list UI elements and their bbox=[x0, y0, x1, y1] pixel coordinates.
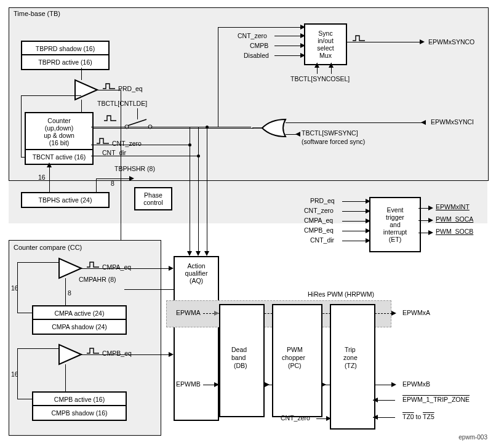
arrow-down-icon bbox=[204, 251, 209, 256]
et-l1: Event bbox=[387, 206, 404, 214]
tz-l3: (TZ) bbox=[345, 362, 357, 369]
wire bbox=[17, 262, 59, 263]
tz-l1: Trip bbox=[345, 346, 356, 353]
aq-l1: Action bbox=[187, 262, 205, 270]
wire bbox=[17, 399, 33, 399]
prd-eq-label: PRD_eq bbox=[118, 85, 143, 92]
wire bbox=[274, 36, 304, 36]
et-out-socb: PWM_SOCB bbox=[436, 228, 473, 235]
diagram-footer-id: epwm-003 bbox=[458, 434, 487, 441]
tbcnt-active-reg: TBCNT active (16) bbox=[25, 149, 94, 165]
arrow-right-icon bbox=[300, 53, 305, 58]
counter-block: Counter (up,down) up & down (16 bit) bbox=[25, 112, 94, 151]
arrow-right-icon bbox=[265, 382, 270, 387]
wire bbox=[81, 68, 82, 80]
pc-l3: (PC) bbox=[288, 362, 302, 369]
wire bbox=[81, 100, 82, 113]
arrow-up-icon bbox=[314, 63, 319, 68]
epwmxa-label: EPWMxA bbox=[402, 309, 430, 316]
tz-l2: zone bbox=[343, 354, 358, 361]
comparator-prd-icon bbox=[74, 79, 98, 101]
w16-label-2: 16 bbox=[11, 284, 18, 292]
swfsync-l2: (software forced sync) bbox=[302, 138, 365, 145]
w8-label-2: 8 bbox=[68, 289, 71, 297]
aq-l3: (AQ) bbox=[190, 277, 203, 284]
counter-l2: (up,down) bbox=[45, 124, 74, 132]
wire bbox=[218, 27, 218, 127]
mux-in-cntzero: CNT_zero bbox=[238, 32, 267, 39]
arrow-down-icon bbox=[196, 251, 201, 256]
wire bbox=[274, 55, 304, 56]
et-l5: (ET) bbox=[389, 236, 401, 243]
wire bbox=[97, 90, 121, 90]
et-in-cmpbeq: CMPB_eq bbox=[304, 226, 334, 234]
arrow-left-icon bbox=[421, 120, 426, 125]
arrow-right-icon bbox=[169, 266, 174, 271]
arrow-left-icon bbox=[295, 132, 300, 137]
counter-l4: (16 bit) bbox=[49, 139, 70, 146]
epwma-label: EPWMA bbox=[176, 309, 201, 316]
et-in-cntzero: CNT_zero bbox=[304, 207, 334, 214]
sync-mux-block: Sync in/out select Mux bbox=[304, 23, 347, 65]
arrow-up-icon bbox=[329, 63, 334, 68]
arrow-right-icon bbox=[420, 39, 425, 44]
sync-mux-l4: Mux bbox=[319, 52, 332, 59]
et-in-prdeq: PRD_eq bbox=[310, 197, 335, 204]
arrow-right-icon bbox=[326, 416, 331, 421]
swfsync-l1: TBCTL[SWFSYNC] bbox=[302, 129, 358, 137]
counter-l3: up & down bbox=[44, 132, 74, 139]
epwmb-label: EPWMB bbox=[176, 380, 201, 388]
switch-icon bbox=[124, 118, 153, 130]
tz0-tz5-label: TZ0 to TZ5 bbox=[402, 413, 434, 420]
aq-block: Action qualifier (AQ) bbox=[174, 256, 219, 421]
wire bbox=[137, 108, 138, 119]
pc-l1: PWM bbox=[287, 346, 303, 353]
et-block: Event trigger and interrupt (ET) bbox=[369, 197, 421, 252]
wire bbox=[17, 313, 33, 313]
arrow-right-icon bbox=[366, 228, 370, 233]
pc-l2: chopper bbox=[282, 354, 305, 361]
arrow-right-icon bbox=[300, 25, 305, 30]
wire bbox=[17, 348, 59, 349]
arrow-right-icon bbox=[214, 382, 219, 387]
cmpb-shadow-reg: CMPB shadow (16) bbox=[32, 405, 127, 421]
wire bbox=[153, 127, 208, 127]
cnt-dir-label: CNT_dir bbox=[102, 149, 126, 156]
cmpb-eq-label: CMPB_eq bbox=[102, 350, 132, 357]
or-gate-icon bbox=[252, 116, 287, 140]
arrow-right-icon bbox=[366, 218, 370, 223]
wire bbox=[346, 42, 423, 42]
pulse-icon bbox=[103, 114, 117, 122]
cntzero-tz-label: CNT_zero bbox=[281, 414, 310, 422]
sync-mux-l3: select bbox=[317, 44, 334, 52]
et-out-soca: PWM_SOCA bbox=[436, 215, 473, 223]
phase-ctrl-l2: control bbox=[143, 199, 163, 206]
counter-l1: Counter bbox=[47, 117, 70, 124]
tbctl-cntlde-label: TBCTL[CNTLDE] bbox=[97, 100, 147, 107]
pulse-icon bbox=[86, 261, 100, 268]
svg-marker-0 bbox=[75, 80, 97, 100]
arrow-left-icon bbox=[373, 415, 378, 420]
arrow-right-icon bbox=[129, 176, 134, 181]
epwmxb-label: EPWMxB bbox=[402, 380, 430, 388]
pulse-icon bbox=[102, 82, 116, 90]
wire bbox=[65, 278, 66, 305]
sync-mux-l1: Sync bbox=[318, 30, 332, 37]
db-l3: (DB) bbox=[234, 362, 247, 369]
cmpa-eq-label: CMPA_eq bbox=[102, 263, 131, 271]
arrow-right-icon bbox=[428, 230, 433, 235]
arrow-right-dash-icon bbox=[214, 311, 219, 316]
wire bbox=[207, 127, 207, 252]
arrow-right-icon bbox=[428, 218, 433, 223]
phase-ctrl-l1: Phase bbox=[144, 191, 162, 199]
svg-line-3 bbox=[128, 119, 146, 126]
tb-title: Time-base (TB) bbox=[14, 10, 60, 17]
epwmx-synco-label: EPWMxSYNCO bbox=[428, 38, 474, 46]
epwm1-tripzone-label: EPWM_1_TRIP_ZONE bbox=[402, 396, 470, 403]
sync-mux-l2: in/out bbox=[318, 37, 334, 44]
node bbox=[197, 154, 200, 158]
pulse-icon bbox=[86, 347, 100, 354]
wire bbox=[92, 128, 254, 129]
wire bbox=[274, 46, 304, 46]
arrow-right-icon bbox=[366, 209, 370, 214]
